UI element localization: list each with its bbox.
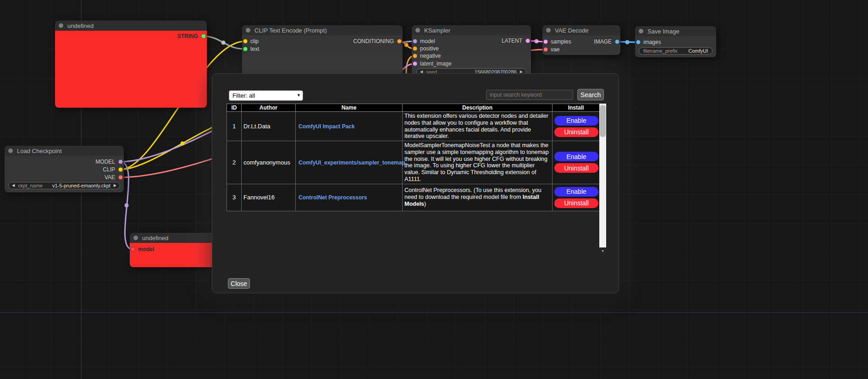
input-slot-label: vae [551,46,559,53]
extension-name-link[interactable]: ComfyUI Impact Pack [299,123,355,130]
extension-install-cell: EnableUninstall [553,141,600,184]
input-slot-label: model [420,38,435,44]
node-header[interactable]: Save Image [635,26,716,36]
extension-description: ControlNet Preprocessors. (To use this e… [403,184,553,211]
node-header[interactable]: CLIP Text Encode (Prompt) [242,25,403,35]
node-header[interactable]: undefined [130,233,217,243]
widget-decrement-arrow-icon[interactable]: ◀ [12,184,15,187]
node-collapse-dot[interactable] [246,28,250,33]
input-slot-model[interactable] [131,247,135,252]
output-slot-model[interactable] [118,159,123,164]
link-midpoint-dot [404,43,409,47]
node-primitive-string[interactable]: undefined STRING [55,21,207,108]
input-slot-clip[interactable] [243,39,248,44]
input-slot-label: images [643,39,661,45]
extension-description: This extension offers various detector n… [403,112,553,141]
node-header[interactable]: Load Checkpoint [5,146,124,156]
output-slot-label: VAE [105,174,115,181]
node-collapse-dot[interactable] [546,28,551,33]
node-collapse-dot[interactable] [639,29,643,33]
node-model-error[interactable]: undefined model [130,233,217,267]
widget-value: v1-5-pruned-emaonly.ckpt [52,183,111,188]
input-slot-label: negative [420,53,441,59]
node-header[interactable]: KSampler [412,25,531,35]
input-slot-negative[interactable] [413,54,417,58]
column-header-author: Author [242,104,296,112]
input-slot-vae[interactable] [543,47,548,52]
extension-description: ModelSamplerTonemapNoiseTest a node that… [403,141,553,184]
filename-prefix-widget[interactable]: filename_prefix ComfyUI [639,47,713,55]
node-body-error [55,31,207,108]
output-slot-label: CLIP [103,166,115,173]
output-slot-vae[interactable] [118,175,123,180]
node-title: undefined [67,22,94,29]
extension-table-wrap: ID Author Name Description Install 1Dr.L… [227,104,599,254]
output-slot-label: MODEL [95,159,115,165]
node-collapse-dot[interactable] [8,148,13,153]
widget-label: filename_prefix [643,48,678,54]
extension-row: 3Fannovel16ControlNet PreprocessorsContr… [227,184,600,211]
extension-row: 1Dr.Lt.DataComfyUI Impact PackThis exten… [227,112,600,141]
output-slot-string[interactable] [201,34,206,38]
link-midpoint-dot [221,41,226,45]
node-collapse-dot[interactable] [133,236,138,240]
ckpt-name-widget[interactable]: ◀ ckpt_name v1-5-pruned-emaonly.ckpt ▶ [8,182,120,189]
column-header-name: Name [296,104,403,112]
input-slot-latent-image[interactable] [413,61,417,66]
input-slot-model[interactable] [413,39,417,44]
scrollbar-thumb[interactable] [600,105,606,137]
search-button[interactable]: Search [577,89,604,100]
input-slot-samples[interactable] [543,39,548,44]
close-button[interactable]: Close [228,278,250,289]
filter-select[interactable]: Filter: all [229,90,303,101]
node-load-checkpoint[interactable]: Load Checkpoint MODEL CLIP VAE ◀ ckpt_na… [5,146,124,192]
link-midpoint-dot [181,142,185,146]
widget-label: ckpt_name [18,183,43,188]
node-title: KSampler [424,27,450,34]
widget-increment-arrow-icon[interactable]: ▶ [114,184,116,187]
output-slot-label: LATENT [502,38,522,44]
uninstall-button[interactable]: Uninstall [554,127,598,137]
node-vae-decode[interactable]: VAE Decode samples vae IMAGE [542,25,620,55]
extension-table-body: 1Dr.Lt.DataComfyUI Impact PackThis exten… [227,112,600,211]
table-scrollbar[interactable]: ▼ [599,104,606,254]
output-slot-conditioning[interactable] [397,39,402,44]
extension-install-cell: EnableUninstall [553,184,600,211]
node-header[interactable]: VAE Decode [542,25,620,35]
input-slot-positive[interactable] [413,46,417,51]
input-slot-label: positive [420,45,439,52]
arrow-down-icon: ▼ [601,249,604,253]
output-slot-label: IMAGE [594,38,612,45]
node-save-image[interactable]: Save Image images filename_prefix ComfyU… [635,26,716,57]
extension-id: 2 [227,141,242,184]
input-slot-label: samples [551,38,571,45]
enable-button[interactable]: Enable [554,116,598,126]
extension-id: 3 [227,184,242,211]
extension-name-cell: ComfyUI_experiments/sampler_tonemap [296,141,403,184]
output-slot-clip[interactable] [118,167,123,172]
widget-value: ComfyUI [688,48,708,54]
node-collapse-dot[interactable] [59,23,63,28]
comfyui-canvas[interactable]: undefined STRING CLIP Text Encode (Promp… [0,0,868,379]
extension-author: comfyanonymous [242,141,296,184]
extension-name-link[interactable]: ControlNet Preprocessors [299,194,367,201]
output-slot-image[interactable] [615,39,619,44]
node-header[interactable]: undefined [55,21,207,31]
output-slot-label: CONDITIONING [353,38,394,44]
input-slot-images[interactable] [636,40,641,44]
input-slot-label: text [250,46,259,52]
node-title: CLIP Text Encode (Prompt) [254,27,327,34]
extension-name-cell: ComfyUI Impact Pack [296,112,403,141]
output-slot-latent[interactable] [525,38,530,43]
extension-table: ID Author Name Description Install 1Dr.L… [227,104,600,211]
input-slot-text[interactable] [243,47,248,51]
extension-name-link[interactable]: ComfyUI_experiments/sampler_tonemap [299,159,405,166]
uninstall-button[interactable]: Uninstall [554,198,598,208]
output-slot-label: STRING [177,33,198,39]
uninstall-button[interactable]: Uninstall [554,163,598,173]
enable-button[interactable]: Enable [554,187,598,197]
scroll-down-button[interactable]: ▼ [599,247,606,254]
search-input[interactable] [486,90,573,100]
node-collapse-dot[interactable] [415,28,420,33]
enable-button[interactable]: Enable [554,152,598,161]
